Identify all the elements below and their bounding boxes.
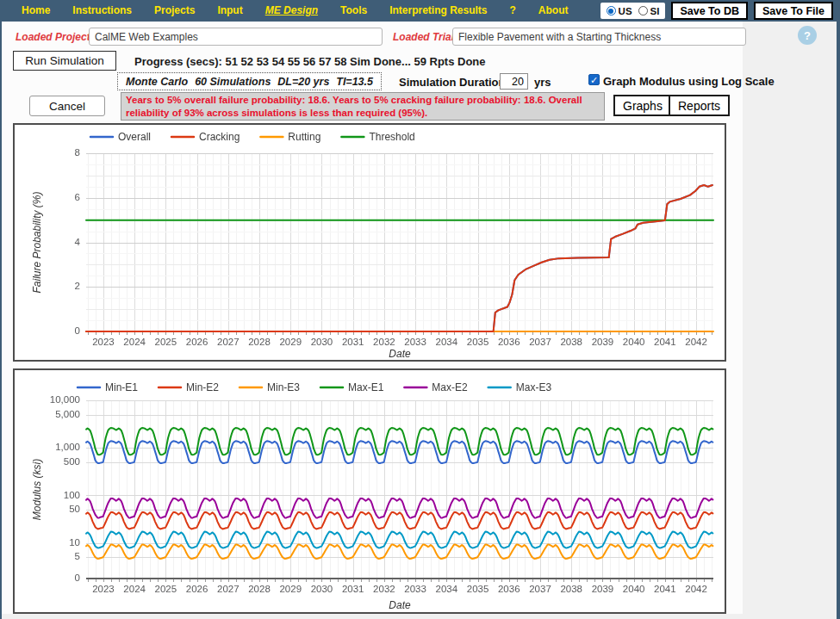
reliability-warning: Years to 5% overall failure probability:…	[121, 92, 605, 121]
progress-status: Progress (secs): 51 52 53 54 55 56 57 58…	[134, 55, 486, 68]
menubar-right-group: US SI Save To DB Save To File	[600, 2, 833, 20]
menu-item-home[interactable]: Home	[10, 0, 61, 22]
window-left-edge	[0, 22, 2, 619]
mc-traffic-index: TI=13.5	[336, 76, 373, 88]
loaded-project-label: Loaded Project:	[16, 31, 94, 43]
si-radio-dot[interactable]	[638, 6, 648, 15]
menu-item-about[interactable]: About	[527, 0, 580, 22]
menu-item-input[interactable]: Input	[206, 0, 253, 22]
graphs-button[interactable]: Graphs	[613, 95, 672, 116]
log-scale-label: Graph Modulus using Log Scale	[603, 75, 775, 88]
reports-button[interactable]: Reports	[669, 95, 730, 116]
main-menubar: Home Instructions Projects Input ME Desi…	[0, 0, 840, 22]
menu-item-instructions[interactable]: Instructions	[61, 0, 143, 22]
monte-carlo-summary: Monte Carlo 60 Simulations DL=20 yrs TI=…	[117, 72, 382, 90]
sim-duration-label: Simulation Duration	[399, 76, 506, 89]
window-right-edge	[837, 0, 840, 619]
us-radio[interactable]: US	[607, 6, 632, 16]
si-radio-label: SI	[650, 6, 660, 16]
units-toggle: US SI	[600, 3, 666, 19]
us-radio-dot[interactable]	[607, 6, 616, 15]
help-icon[interactable]: ?	[798, 26, 817, 45]
mc-simulations: 60 Simulations	[195, 76, 271, 88]
menu-item-help[interactable]: ?	[499, 0, 527, 22]
mc-method: Monte Carlo	[126, 76, 188, 88]
log-scale-checkbox[interactable]: ✓	[588, 74, 600, 85]
menu-item-interpreting-results[interactable]: Interpreting Results	[378, 0, 498, 22]
si-radio[interactable]: SI	[638, 6, 660, 16]
menu-item-tools[interactable]: Tools	[329, 0, 378, 22]
menu-item-projects[interactable]: Projects	[143, 0, 206, 22]
us-radio-label: US	[619, 6, 632, 16]
save-to-file-button[interactable]: Save To File	[754, 2, 833, 20]
loaded-project-input[interactable]	[89, 28, 383, 46]
sim-duration-unit: yrs	[534, 76, 551, 89]
modulus-chart-panel	[13, 368, 726, 614]
run-simulation-button[interactable]: Run Simulation	[13, 51, 116, 71]
sim-duration-input[interactable]	[500, 73, 528, 90]
failure-probability-chart	[15, 125, 725, 360]
menu-item-me-design[interactable]: ME Design	[254, 0, 329, 22]
loaded-trial-label: Loaded Trial:	[393, 31, 457, 43]
save-to-db-button[interactable]: Save To DB	[671, 2, 748, 20]
modulus-chart	[15, 370, 725, 612]
mc-design-life: DL=20 yrs	[277, 76, 329, 88]
failure-probability-chart-panel	[13, 123, 726, 362]
cancel-button[interactable]: Cancel	[29, 96, 105, 116]
loaded-trial-input[interactable]	[452, 28, 746, 46]
